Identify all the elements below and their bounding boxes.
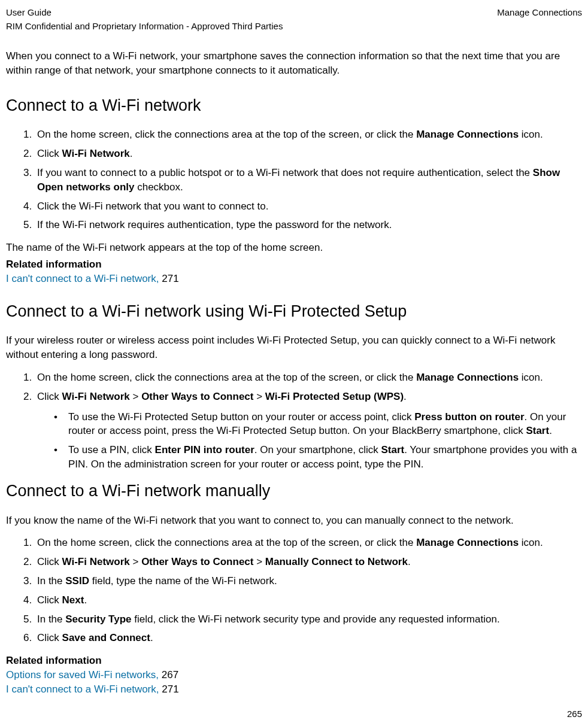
step: On the home screen, click the connection… (35, 127, 582, 142)
step: In the Security Type field, click the Wi… (35, 612, 582, 627)
related-link: I can't connect to a Wi-Fi network, 271 (6, 682, 582, 697)
step: Click Wi-Fi Network. (35, 147, 582, 161)
step: If you want to connect to a public hotsp… (35, 166, 582, 195)
link-cant-connect[interactable]: I can't connect to a Wi-Fi network, (6, 684, 162, 695)
page-number: 265 (567, 707, 582, 720)
page-header: User Guide Manage Connections (6, 6, 582, 19)
header-left: User Guide (6, 6, 51, 19)
wps-options: To use the Wi-Fi Protected Setup button … (37, 410, 582, 472)
steps-wps: On the home screen, click the connection… (6, 370, 582, 472)
related-link: I can't connect to a Wi-Fi network, 271 (6, 272, 582, 286)
wps-intro: If your wireless router or wireless acce… (6, 333, 582, 362)
related-heading: Related information (6, 257, 582, 272)
manual-intro: If you know the name of the Wi-Fi networ… (6, 514, 582, 528)
related-info: Related information Options for saved Wi… (6, 654, 582, 696)
header-right: Manage Connections (497, 6, 582, 19)
section-title-connect: Connect to a Wi-Fi network (6, 95, 582, 117)
step: Click Next. (35, 593, 582, 607)
intro-paragraph: When you connect to a Wi-Fi network, you… (6, 49, 582, 78)
wps-option: To use the Wi-Fi Protected Setup button … (54, 410, 582, 439)
step: Click Wi-Fi Network > Other Ways to Conn… (35, 390, 582, 472)
step: Click Wi-Fi Network > Other Ways to Conn… (35, 555, 582, 569)
header-sub: RIM Confidential and Proprietary Informa… (6, 20, 582, 32)
related-info: Related information I can't connect to a… (6, 257, 582, 286)
steps-manual: On the home screen, click the connection… (6, 536, 582, 645)
step: In the SSID field, type the name of the … (35, 574, 582, 588)
link-options-saved[interactable]: Options for saved Wi-Fi networks, (6, 669, 162, 681)
step: If the Wi-Fi network requires authentica… (35, 218, 582, 232)
step: Click Save and Connect. (35, 631, 582, 645)
step: On the home screen, click the connection… (35, 370, 582, 385)
link-cant-connect[interactable]: I can't connect to a Wi-Fi network, (6, 273, 162, 284)
step: On the home screen, click the connection… (35, 536, 582, 550)
section-title-wps: Connect to a Wi-Fi network using Wi-Fi P… (6, 300, 582, 323)
related-link: Options for saved Wi-Fi networks, 267 (6, 668, 582, 682)
steps-connect: On the home screen, click the connection… (6, 127, 582, 232)
step: Click the Wi-Fi network that you want to… (35, 199, 582, 214)
after-note: The name of the Wi-Fi network appears at… (6, 241, 582, 255)
section-title-manual: Connect to a Wi-Fi network manually (6, 480, 582, 503)
wps-option: To use a PIN, click Enter PIN into route… (54, 443, 582, 472)
related-heading: Related information (6, 654, 582, 668)
